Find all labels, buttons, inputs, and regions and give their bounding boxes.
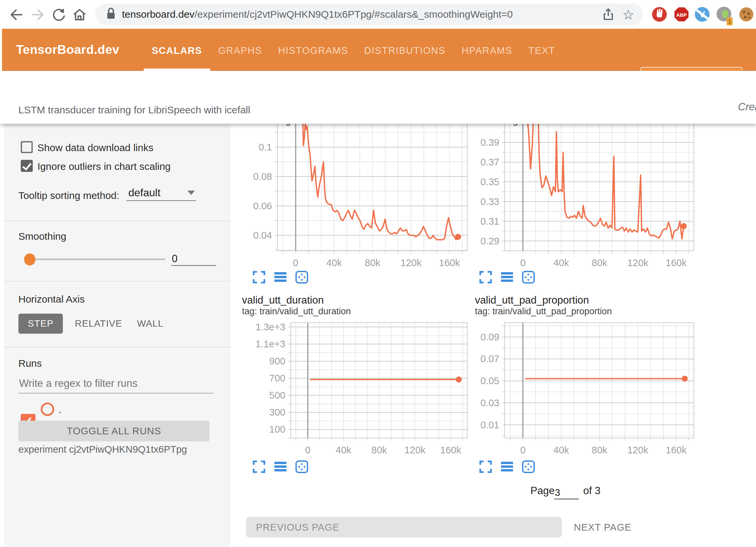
axis-wall-button[interactable]: WALL — [137, 314, 163, 334]
svg-text:80k: 80k — [371, 445, 387, 455]
bookmark-star-icon[interactable]: ☆ — [622, 7, 637, 22]
previous-page-button[interactable]: PREVIOUS PAGE — [246, 517, 562, 538]
tab-histograms[interactable]: HISTOGRAMS — [270, 29, 356, 71]
svg-text:1: 1 — [728, 19, 731, 24]
svg-text:300: 300 — [269, 407, 285, 418]
svg-text:900: 900 — [269, 356, 285, 366]
smoothing-value-input[interactable] — [171, 252, 216, 266]
runs-filter-input[interactable] — [18, 377, 214, 394]
fullscreen-icon[interactable] — [253, 460, 265, 473]
page-of-label: of 3 — [583, 485, 601, 497]
divider — [4, 281, 231, 282]
svg-text:80k: 80k — [592, 445, 607, 455]
tab-graphs[interactable]: GRAPHS — [210, 29, 270, 71]
svg-text:0.33: 0.33 — [481, 196, 499, 207]
chart-toolbar — [253, 460, 308, 473]
scalar-chart-valid-utt-duration[interactable]: 1003005007009001.1e+31.3e+3040k80k120k16… — [251, 318, 471, 462]
ignore-outliers-label: Ignore outliers in chart scaling — [37, 161, 171, 172]
tooltip-sorting-value: default — [128, 187, 160, 199]
adblock-extension-icon[interactable] — [650, 5, 669, 24]
forward-icon[interactable] — [29, 6, 47, 23]
axis-step-button[interactable]: STEP — [18, 314, 63, 334]
tensorboard-page: tensorboard.dev/experiment/cj2vtPiwQHKN9… — [0, 0, 756, 547]
tab-scalars[interactable]: SCALARS — [144, 29, 210, 71]
window-edge — [0, 29, 2, 71]
svg-text:0: 0 — [520, 445, 525, 455]
svg-text:0: 0 — [520, 257, 525, 268]
tab-text[interactable]: TEXT — [520, 29, 563, 71]
scalar-chart-top-right[interactable]: 0.290.310.330.350.370.39040k80k120k160k — [478, 124, 699, 274]
charts-panel: tag: train/… tag: train/… 0.040.060.080.… — [231, 124, 756, 547]
svg-text:0.01: 0.01 — [481, 420, 499, 430]
svg-text:1.1e+3: 1.1e+3 — [255, 339, 285, 349]
svg-text:0.05: 0.05 — [481, 375, 499, 386]
svg-text:0: 0 — [305, 445, 310, 455]
svg-text:120k: 120k — [404, 445, 425, 455]
chart-title: valid_utt_duration — [242, 294, 324, 306]
fullscreen-icon[interactable] — [479, 271, 492, 284]
svg-text:160k: 160k — [666, 445, 687, 455]
svg-text:40k: 40k — [326, 257, 342, 268]
data-table-icon[interactable] — [274, 460, 287, 473]
v-extension-icon[interactable]: V — [692, 5, 712, 24]
fit-domain-icon[interactable] — [522, 271, 535, 284]
divider — [4, 221, 231, 221]
cookie-extension-icon[interactable] — [737, 5, 756, 24]
page-number-input[interactable] — [554, 487, 579, 500]
run-color-swatch — [41, 403, 54, 416]
reload-icon[interactable] — [50, 6, 68, 23]
tooltip-sorting-label: Tooltip sorting method: — [18, 190, 119, 201]
svg-text:160k: 160k — [439, 257, 460, 268]
svg-text:0.08: 0.08 — [253, 171, 272, 182]
svg-text:0.1: 0.1 — [259, 142, 272, 152]
data-table-icon[interactable] — [501, 271, 513, 284]
data-table-icon[interactable] — [501, 460, 513, 473]
chevron-down-icon — [187, 191, 195, 195]
scalar-chart-top-left[interactable]: 0.040.060.080.1040k80k120k160k — [251, 124, 471, 274]
tab-hparams[interactable]: HPARAMS — [454, 29, 520, 71]
svg-text:0.37: 0.37 — [481, 157, 499, 168]
smoothing-slider-track[interactable] — [29, 258, 165, 260]
smoothing-slider-thumb[interactable] — [24, 253, 35, 265]
app-logo[interactable]: TensorBoard.dev — [16, 29, 119, 71]
svg-text:80k: 80k — [365, 257, 380, 268]
horizontal-axis-label: Horizontal Axis — [18, 294, 85, 305]
run-name: . — [58, 404, 61, 415]
fit-domain-icon[interactable] — [522, 460, 535, 473]
show-download-links-checkbox[interactable] — [21, 141, 33, 153]
svg-text:0.31: 0.31 — [481, 216, 499, 227]
privacy-extension-icon[interactable]: 1 — [714, 5, 733, 24]
svg-text:ABP: ABP — [676, 12, 687, 18]
scalar-chart-valid-utt-pad-proportion[interactable]: 0.010.030.050.070.09040k80k120k160k — [478, 318, 699, 462]
fullscreen-icon[interactable] — [479, 460, 492, 473]
fit-domain-icon[interactable] — [295, 460, 308, 473]
tooltip-sorting-select[interactable]: default — [126, 185, 196, 201]
fullscreen-icon[interactable] — [253, 271, 265, 284]
abp-extension-icon[interactable]: ABP — [672, 5, 691, 24]
data-table-icon[interactable] — [274, 271, 287, 284]
chart-title: valid_utt_pad_proportion — [475, 294, 589, 306]
svg-text:40k: 40k — [553, 257, 569, 268]
axis-relative-button[interactable]: RELATIVE — [75, 314, 122, 334]
experiment-title-band: LSTM transducer training for LibriSpeech… — [0, 71, 756, 124]
url-text: tensorboard.dev/experiment/cj2vtPiwQHKN9… — [122, 9, 513, 20]
svg-text:0.07: 0.07 — [481, 353, 499, 364]
experiment-caption: experiment cj2vtPiwQHKN9Q1tx6PTpg — [18, 444, 187, 455]
svg-text:40k: 40k — [336, 445, 351, 455]
fit-domain-icon[interactable] — [295, 271, 308, 284]
svg-text:120k: 120k — [627, 257, 648, 268]
next-page-button[interactable]: NEXT PAGE — [574, 517, 631, 538]
home-icon[interactable] — [71, 6, 88, 23]
created-text-fragment: Crea — [738, 101, 756, 113]
svg-text:700: 700 — [269, 373, 285, 384]
back-icon[interactable] — [7, 6, 25, 23]
svg-text:0.03: 0.03 — [481, 398, 499, 408]
share-icon[interactable] — [601, 7, 616, 22]
svg-text:160k: 160k — [440, 445, 461, 455]
url-bar[interactable]: tensorboard.dev/experiment/cj2vtPiwQHKN9… — [95, 4, 643, 25]
tab-distributions[interactable]: DISTRIBUTIONS — [356, 29, 454, 71]
toggle-all-runs-button[interactable]: TOGGLE ALL RUNS — [18, 421, 210, 441]
svg-text:V: V — [699, 9, 705, 19]
svg-text:500: 500 — [269, 390, 285, 401]
ignore-outliers-checkbox[interactable] — [21, 160, 33, 172]
